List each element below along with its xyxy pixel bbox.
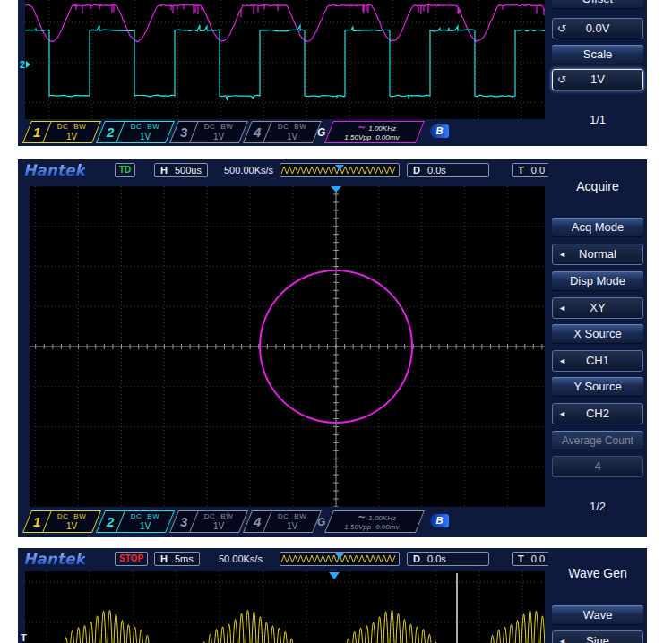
y-source-button[interactable]: ◄ CH2	[552, 403, 643, 424]
channel-2-settings: DCBW 1V	[121, 511, 169, 532]
channel-3-indicator[interactable]: 3 DCBW 1V	[169, 121, 248, 143]
average-count-label: Average Count	[552, 431, 643, 450]
trigger-level-marker[interactable]: T	[21, 632, 27, 643]
wave-label: Wave	[552, 605, 643, 625]
scope-capture-xy-mode: Hantek TD H500us 500.00Ks/s D0.0s T0.0 1…	[18, 159, 647, 537]
knob-icon: ↺	[557, 70, 566, 90]
ch3-scale: 1V	[213, 132, 224, 141]
trigger-level-box[interactable]: T0.0	[512, 552, 548, 566]
channel-2-indicator[interactable]: 2 DCBW 1V	[96, 121, 175, 143]
scale-label: Scale	[552, 45, 643, 64]
ch4-scale: 1V	[287, 521, 297, 531]
y-source-value: CH2	[586, 407, 609, 420]
ch2-ground-marker[interactable]: 2	[20, 59, 30, 70]
waveform-preview-strip[interactable]	[280, 163, 400, 177]
trigger-status-badge: TD	[115, 163, 135, 177]
hantek-logo: Hantek	[23, 550, 85, 568]
generator-indicator[interactable]: G ~1.00KHz 1.50Vpp0.00mv	[317, 121, 420, 143]
delay-box[interactable]: D0.0s	[407, 552, 489, 566]
delay-box[interactable]: D0.0s	[407, 163, 489, 177]
b-badge-icon[interactable]: B	[430, 124, 449, 138]
softkey-menu-acquire: Acquire Acq Mode ◄ Normal Disp Mode ◄ XY…	[548, 159, 647, 537]
left-arrow-icon: ◄	[558, 631, 566, 643]
disp-mode-value: XY	[590, 301, 605, 314]
timebase-key: H	[160, 164, 168, 176]
waveform-svg-am-bursts	[25, 571, 545, 643]
ch1-scale: 1V	[66, 521, 77, 531]
delay-value: 0.0s	[427, 164, 446, 176]
channel-4-indicator[interactable]: 4 DCBW 1V	[243, 510, 322, 533]
menu-page-indicator: 1/1	[548, 113, 647, 126]
ch3-bandwidth: BW	[220, 512, 233, 520]
ch1-bandwidth: BW	[73, 123, 86, 131]
offset-value-button[interactable]: ↺ 0.0V	[552, 18, 643, 39]
b-badge-icon[interactable]: B	[430, 514, 449, 527]
offset-value: 0.0V	[586, 21, 610, 35]
status-bar: Hantek STOP H5ms 50.00Ks/s D0.0s T0.0	[18, 548, 548, 571]
trigger-value: 0.0	[531, 164, 545, 176]
delay-key: D	[413, 164, 420, 176]
ch2-scale: 1V	[140, 521, 151, 531]
ch1-coupling: DC	[57, 512, 69, 520]
generator-indicator[interactable]: G ~1.00KHz 1.50Vpp0.00mv	[317, 510, 420, 533]
x-source-button[interactable]: ◄ CH1	[552, 350, 643, 372]
timebase-box[interactable]: H500us	[154, 163, 208, 177]
channel-1-indicator[interactable]: 1 DCBW 1V	[22, 510, 101, 533]
waveform-preview-strip[interactable]	[280, 552, 400, 566]
timebase-value: 500us	[175, 164, 202, 176]
scope-capture-square-wave: 2 1 DCBW 1V 2 DCBW 1V 3 DCBW 1V 4	[18, 0, 647, 146]
menu-page-indicator: 1/2	[548, 500, 647, 513]
left-arrow-icon: ◄	[558, 404, 566, 424]
channel-4-indicator[interactable]: 4 DCBW 1V	[243, 121, 322, 143]
delay-key: D	[413, 553, 420, 565]
ch4-bandwidth: BW	[294, 512, 306, 520]
scope-capture-wave-gen: Hantek STOP H5ms 50.00Ks/s D0.0s T0.0 T …	[18, 548, 647, 643]
sample-rate: 500.00Ks/s	[224, 165, 273, 176]
preview-waveform-svg	[280, 553, 399, 565]
channel-3-indicator[interactable]: 3 DCBW 1V	[169, 510, 248, 533]
ch1-coupling: DC	[57, 123, 69, 131]
channel-status-bar: 1 DCBW 1V 2 DCBW 1V 3 DCBW 1V 4 DCBW 1V	[18, 509, 548, 536]
wave-type-button[interactable]: ◄ Sine	[552, 630, 643, 643]
channel-status-bar: 1 DCBW 1V 2 DCBW 1V 3 DCBW 1V 4 DCBW 1V	[18, 119, 548, 146]
generator-offset: 0.00mv	[376, 133, 400, 141]
channel-1-indicator[interactable]: 1 DCBW 1V	[22, 121, 101, 143]
trigger-level-box[interactable]: T0.0	[512, 163, 548, 177]
ch2-coupling: DC	[131, 123, 142, 131]
scope-display-xy	[30, 186, 545, 507]
generator-label: G	[317, 126, 325, 139]
timebase-box[interactable]: H5ms	[154, 552, 200, 566]
sample-rate: 50.00Ks/s	[219, 553, 263, 564]
sine-wave-icon: ~	[358, 511, 366, 523]
left-arrow-icon: ◄	[558, 298, 566, 318]
ch1-bandwidth: BW	[73, 512, 86, 520]
average-count-button[interactable]: 4	[552, 456, 643, 477]
ch4-coupling: DC	[278, 512, 289, 520]
disp-mode-label: Disp Mode	[552, 271, 643, 291]
scope-display-am	[25, 571, 545, 643]
knob-icon: ↺	[557, 19, 566, 39]
scale-value-button[interactable]: ↺ 1V	[552, 69, 643, 90]
softkey-menu-wave-gen: Wave Gen Wave ◄ Sine	[548, 548, 647, 643]
offset-label: Offset	[552, 0, 643, 9]
ch2-bandwidth: BW	[147, 123, 159, 131]
channel-4-settings: DCBW 1V	[268, 122, 316, 142]
scale-value: 1V	[590, 73, 605, 86]
scope-display-1	[25, 0, 545, 119]
menu-title: Acquire	[548, 179, 647, 193]
generator-label: G	[317, 516, 325, 528]
acq-mode-value: Normal	[579, 247, 616, 261]
y-source-label: Y Source	[552, 377, 643, 397]
menu-title: Wave Gen	[548, 566, 647, 580]
channel-3-settings: DCBW 1V	[194, 511, 243, 532]
acq-mode-label: Acq Mode	[552, 218, 643, 237]
wave-type-value: Sine	[586, 634, 609, 643]
left-arrow-icon: ◄	[558, 244, 566, 264]
acq-mode-button[interactable]: ◄ Normal	[552, 244, 643, 265]
channel-2-indicator[interactable]: 2 DCBW 1V	[96, 510, 175, 533]
ch4-bandwidth: BW	[294, 123, 306, 131]
ch2-coupling: DC	[131, 512, 142, 520]
disp-mode-button[interactable]: ◄ XY	[552, 297, 643, 319]
hantek-logo: Hantek	[23, 161, 85, 179]
ch3-scale: 1V	[213, 521, 224, 531]
